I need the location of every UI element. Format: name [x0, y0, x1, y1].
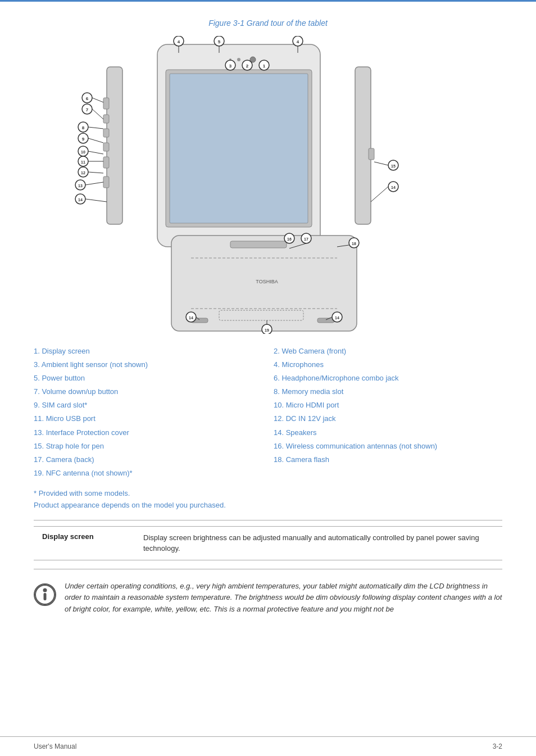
figure-title: Figure 3-1 Grand tour of the tablet [34, 19, 502, 28]
svg-line-61 [374, 162, 388, 165]
svg-text:11: 11 [81, 160, 85, 164]
svg-line-50 [88, 172, 103, 173]
svg-rect-66 [230, 241, 287, 248]
svg-rect-71 [317, 318, 334, 323]
footnote-line-2: Product appearance depends on the model … [34, 500, 502, 511]
legend-item-7: 7. Volume down/up button [34, 386, 262, 398]
definition-description: Display screen brightness can be adjuste… [135, 526, 502, 560]
legend-item-6: 6. Headphone/Microphone combo jack [274, 372, 502, 384]
legend-item-14: 14. Speakers [274, 427, 502, 439]
info-icon [34, 583, 56, 606]
legend-item-2: 2. Web Camera (front) [274, 345, 502, 357]
legend-item-5: 5. Power button [34, 372, 262, 384]
info-text: Under certain operating conditions, e.g.… [65, 581, 502, 615]
legend-item-9: 9. SIM card slot* [34, 399, 262, 411]
legend-item-13: 13. Interface Protection cover [34, 427, 262, 439]
svg-text:7: 7 [86, 107, 89, 112]
svg-point-5 [237, 58, 240, 61]
svg-text:14: 14 [391, 185, 396, 189]
svg-text:16: 16 [287, 237, 292, 241]
svg-text:TOSHIBA: TOSHIBA [256, 279, 278, 284]
legend-item-15: 15. Strap hole for pen [34, 440, 262, 452]
svg-rect-24 [103, 98, 109, 109]
svg-text:14: 14 [335, 316, 339, 320]
svg-rect-26 [103, 129, 109, 137]
legend-item-8: 8. Memory media slot [274, 386, 502, 398]
legend-item-19: 19. NFC antenna (not shown)* [34, 467, 262, 479]
legend-item-18: 18. Camera flash [274, 454, 502, 466]
definition-row: Display screen Display screen brightness… [34, 526, 502, 560]
svg-line-53 [85, 182, 103, 185]
svg-text:14: 14 [189, 316, 193, 320]
legend-item-11: 11. Micro USB port [34, 413, 262, 425]
svg-text:1: 1 [263, 64, 266, 69]
svg-text:15: 15 [391, 164, 396, 168]
svg-text:6: 6 [86, 96, 89, 101]
svg-text:8: 8 [82, 125, 85, 130]
svg-line-38 [88, 127, 103, 129]
definition-table: Display screen Display screen brightness… [34, 526, 502, 560]
svg-text:5: 5 [218, 39, 221, 44]
legend-item-17: 17. Camera (back) [34, 454, 262, 466]
bottom-bar: User's Manual 3-2 [0, 736, 536, 756]
svg-text:3: 3 [229, 64, 232, 69]
definition-term: Display screen [34, 526, 135, 560]
footer-left: User's Manual [34, 743, 76, 750]
separator-top [34, 520, 502, 520]
svg-text:13: 13 [78, 184, 83, 188]
svg-text:4: 4 [297, 39, 299, 44]
svg-text:17: 17 [304, 237, 308, 241]
footer-right: 3-2 [493, 743, 502, 750]
legend-item-10: 10. Micro HDMI port [274, 399, 502, 411]
svg-line-35 [92, 109, 103, 119]
svg-rect-92 [44, 593, 47, 600]
svg-text:14: 14 [78, 198, 83, 202]
svg-text:4: 4 [178, 39, 180, 44]
legend-item-1: 1. Display screen [34, 345, 262, 357]
svg-rect-58 [369, 148, 374, 160]
legend-item-12: 12. DC IN 12V jack [274, 413, 502, 425]
svg-text:19: 19 [265, 328, 269, 332]
svg-line-64 [371, 187, 388, 202]
footnote-line-1: * Provided with some models. [34, 488, 502, 500]
legend-section: 1. Display screen 2. Web Camera (front) … [34, 345, 502, 479]
legend-item-16: 16. Wireless communication antennas (not… [274, 440, 502, 452]
info-box: Under certain operating conditions, e.g.… [34, 575, 502, 621]
svg-point-91 [43, 588, 47, 592]
svg-text:12: 12 [81, 171, 85, 175]
svg-rect-29 [103, 176, 109, 188]
svg-line-41 [88, 138, 103, 143]
footnote: * Provided with some models. Product app… [34, 488, 502, 511]
svg-line-44 [88, 151, 103, 154]
svg-line-32 [92, 98, 103, 102]
svg-rect-2 [170, 74, 308, 223]
legend-item-3: 3. Ambient light sensor (not shown) [34, 359, 262, 371]
svg-rect-25 [103, 115, 109, 123]
svg-rect-28 [103, 157, 109, 168]
svg-text:18: 18 [352, 242, 356, 246]
svg-rect-27 [103, 143, 109, 151]
diagram-area: TOSHIBA 4 5 4 3 [34, 36, 502, 334]
svg-text:10: 10 [81, 150, 85, 154]
svg-text:9: 9 [82, 137, 85, 142]
svg-text:2: 2 [246, 64, 249, 69]
separator-bottom [34, 569, 502, 569]
svg-line-56 [85, 199, 107, 202]
legend-item-4: 4. Microphones [274, 359, 502, 371]
svg-rect-57 [355, 67, 371, 224]
